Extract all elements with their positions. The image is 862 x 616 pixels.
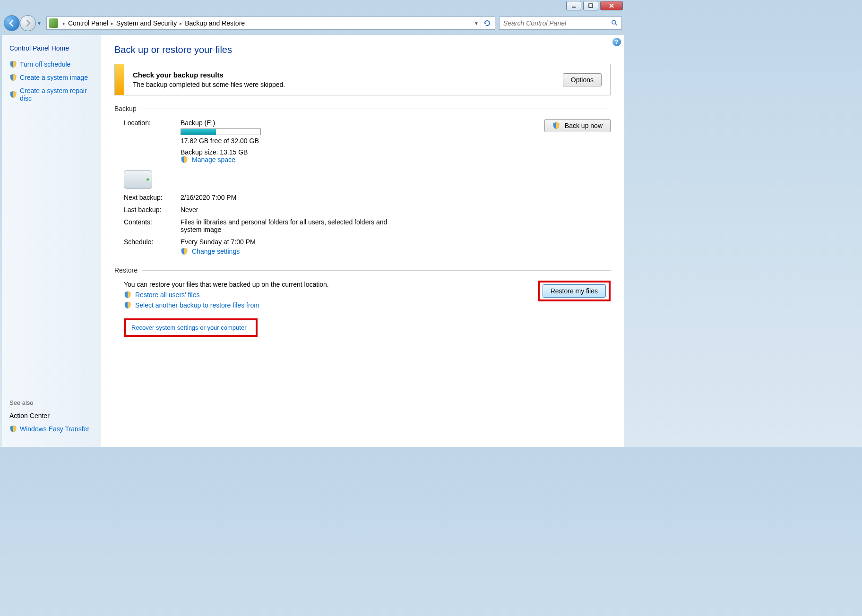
nav-buttons: ▼ <box>4 15 43 31</box>
sidebar-link-label: Turn off schedule <box>20 60 70 68</box>
breadcrumb-sep-icon: ▸ <box>180 21 182 26</box>
location-label: Location: <box>124 119 176 127</box>
shield-icon <box>124 301 131 309</box>
restore-my-files-button[interactable]: Restore my files <box>543 284 606 298</box>
breadcrumb-item[interactable]: Control Panel <box>68 19 108 27</box>
breadcrumb: Control Panel ▸ System and Security ▸ Ba… <box>68 19 474 27</box>
search-icon[interactable] <box>611 19 618 27</box>
restore-desc: You can restore your files that were bac… <box>124 281 524 288</box>
sidebar-link-create-system-image[interactable]: Create a system image <box>9 74 94 81</box>
shield-icon <box>9 60 17 68</box>
breadcrumb-sep-icon: ▸ <box>111 21 113 26</box>
last-backup-label: Last backup: <box>124 206 176 214</box>
close-button[interactable] <box>600 1 623 10</box>
schedule-label: Schedule: <box>124 238 176 246</box>
alert-box: Check your backup results The backup com… <box>114 64 611 95</box>
backup-details: Location: Backup (E:) 17.82 GB free of 3… <box>114 119 611 255</box>
disk-usage-bar <box>181 128 261 135</box>
control-panel-icon <box>49 18 58 28</box>
back-arrow-icon <box>8 19 16 27</box>
sidebar-link-create-repair-disc[interactable]: Create a system repair disc <box>9 87 94 102</box>
breadcrumb-item[interactable]: System and Security <box>116 19 177 27</box>
sidebar-link-label: Create a system image <box>20 74 88 81</box>
address-dropdown-icon[interactable]: ▼ <box>474 21 479 26</box>
svg-rect-0 <box>572 7 576 8</box>
recover-system-link[interactable]: Recover system settings or your computer <box>131 324 246 331</box>
page-title: Back up or restore your files <box>114 44 611 55</box>
svg-point-2 <box>612 20 616 24</box>
breadcrumb-item[interactable]: Backup and Restore <box>185 19 245 27</box>
content-area: Back up or restore your files Check your… <box>101 35 624 447</box>
breadcrumb-sep-icon: ▸ <box>63 21 65 26</box>
history-chevron-icon[interactable]: ▼ <box>36 21 43 26</box>
location-value: Backup (E:) <box>181 119 403 127</box>
sidebar-home-link[interactable]: Control Panel Home <box>9 44 94 52</box>
manage-space-link[interactable]: Manage space <box>192 156 235 163</box>
minimize-icon <box>571 3 576 8</box>
backup-size-text: Backup size: 13.15 GB <box>181 148 403 156</box>
search-box[interactable] <box>499 17 622 30</box>
restore-body: You can restore your files that were bac… <box>114 281 611 312</box>
shield-icon <box>181 156 188 163</box>
restore-section-header: Restore <box>114 266 611 274</box>
next-backup-value: 2/16/2020 7:00 PM <box>181 194 403 201</box>
contents-label: Contents: <box>124 218 176 226</box>
main-area: ? Control Panel Home Turn off schedule C… <box>2 35 624 447</box>
highlight-recover-link: Recover system settings or your computer <box>124 318 258 337</box>
address-bar[interactable]: ▸ Control Panel ▸ System and Security ▸ … <box>46 17 495 30</box>
minimize-button[interactable] <box>566 1 581 10</box>
close-icon <box>609 3 614 9</box>
sidebar-link-easy-transfer[interactable]: Windows Easy Transfer <box>9 425 94 433</box>
toolbar: ▼ ▸ Control Panel ▸ System and Security … <box>0 13 626 35</box>
see-also-label: See also <box>9 399 94 406</box>
sidebar-link-turn-off-schedule[interactable]: Turn off schedule <box>9 60 94 68</box>
shield-icon <box>124 291 131 299</box>
section-label: Backup <box>114 105 137 112</box>
forward-arrow-icon <box>24 19 32 27</box>
highlight-restore-button: Restore my files <box>538 281 611 301</box>
drive-icon <box>124 170 152 189</box>
schedule-value: Every Sunday at 7:00 PM <box>181 238 403 246</box>
select-another-backup-link[interactable]: Select another backup to restore files f… <box>135 301 259 309</box>
section-label: Restore <box>114 266 138 274</box>
window-chrome <box>0 0 626 13</box>
sidebar-link-label: Create a system repair disc <box>20 87 94 102</box>
maximize-icon <box>588 3 593 8</box>
next-backup-label: Next backup: <box>124 194 176 201</box>
search-input[interactable] <box>503 19 611 27</box>
last-backup-value: Never <box>181 206 403 214</box>
refresh-icon <box>483 19 491 27</box>
svg-rect-1 <box>589 4 593 8</box>
shield-icon <box>181 248 188 255</box>
shield-icon <box>9 74 17 81</box>
contents-value: Files in libraries and personal folders … <box>181 218 403 233</box>
change-settings-link[interactable]: Change settings <box>192 248 240 255</box>
forward-button <box>20 15 36 31</box>
options-button[interactable]: Options <box>563 73 602 86</box>
backup-section-header: Backup <box>114 105 611 112</box>
sidebar: Control Panel Home Turn off schedule Cre… <box>2 35 101 447</box>
backup-now-button[interactable]: Back up now <box>544 119 611 132</box>
alert-title: Check your backup results <box>133 71 563 79</box>
free-space-text: 17.82 GB free of 32.00 GB <box>181 137 403 145</box>
sidebar-link-label: Windows Easy Transfer <box>20 425 89 433</box>
shield-icon <box>9 425 17 433</box>
refresh-button[interactable] <box>481 17 493 29</box>
alert-desc: The backup completed but some files were… <box>133 81 563 88</box>
back-button[interactable] <box>4 15 20 31</box>
alert-stripe <box>115 64 124 95</box>
sidebar-link-action-center[interactable]: Action Center <box>9 412 94 419</box>
maximize-button[interactable] <box>583 1 598 10</box>
shield-icon <box>9 91 17 98</box>
shield-icon <box>552 122 560 129</box>
restore-all-users-link[interactable]: Restore all users' files <box>135 291 200 299</box>
